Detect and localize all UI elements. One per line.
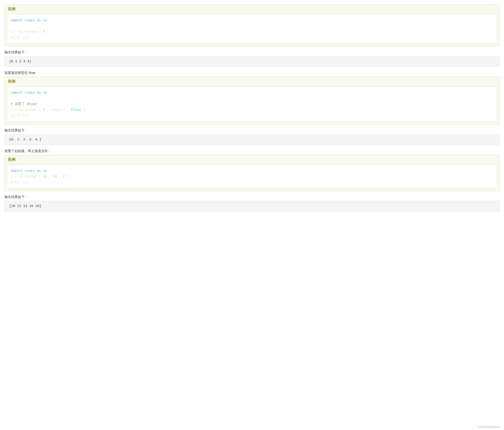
output-block-3: [10 12 14 16 18] (4, 201, 500, 211)
code-block-3: import numpy as np x = np.arange ( 10 , … (7, 165, 497, 189)
example-block-2: 实例 import numpy as np # 设置了 dtype x = np… (4, 77, 500, 124)
code-block-2: import numpy as np # 设置了 dtype x = np.ar… (7, 87, 497, 122)
output-block-2: [0. 1. 2. 3. 4.] (4, 134, 500, 145)
code-line: import numpy as np (11, 168, 493, 174)
code-line: x = np.arange ( 10 , 20 , 2 ) (11, 174, 493, 180)
example-title-2: 实例 (5, 77, 499, 85)
keyword-import: import (11, 18, 23, 22)
code-block-1: import numpy as np x = np.arange ( 5 ) p… (7, 14, 497, 44)
func-np-arange: np.arange (19, 30, 37, 34)
section-label-2: 设置返回类型位 float: (4, 71, 500, 75)
keyword-as: as (37, 18, 41, 22)
func-print: print (11, 36, 21, 39)
keyword-numpy: numpy (25, 18, 35, 22)
example-box-2: 实例 import numpy as np # 设置了 dtype x = np… (4, 77, 500, 124)
example-box-3: 实例 import numpy as np x = np.arange ( 10… (4, 155, 500, 191)
code-line: print (x) (11, 180, 493, 185)
example-block-3: 实例 import numpy as np x = np.arange ( 10… (4, 155, 500, 191)
output-label-1: 输出结果如下： (4, 50, 500, 55)
example-title-3: 实例 (5, 155, 499, 164)
output-label-2: 输出结果如下： (4, 128, 500, 133)
code-comment: # 设置了 dtype (11, 101, 493, 107)
code-blank (11, 96, 493, 101)
code-line: x = np.arange ( 5 , dtype = float ) (11, 107, 493, 113)
code-blank (11, 23, 493, 29)
example-block-1: 实例 import numpy as np x = np.arange ( 5 … (4, 4, 500, 46)
example-box-1: 实例 import numpy as np x = np.arange ( 5 … (4, 4, 500, 46)
code-line: import numpy as np (11, 90, 493, 96)
code-line: import numpy as np (11, 18, 493, 23)
code-line: x = np.arange ( 5 ) (11, 29, 493, 35)
keyword-np: np (43, 18, 47, 22)
output-label-3: 输出结果如下： (4, 195, 500, 199)
section-label-3: 设置了起始值、终止值及步长: (4, 149, 500, 153)
code-line: print (x) (11, 35, 493, 41)
var-x: x (11, 30, 13, 34)
output-block-1: [0 1 2 3 4] (4, 56, 500, 67)
example-title-1: 实例 (5, 5, 499, 13)
code-line: print (x) (11, 113, 493, 119)
